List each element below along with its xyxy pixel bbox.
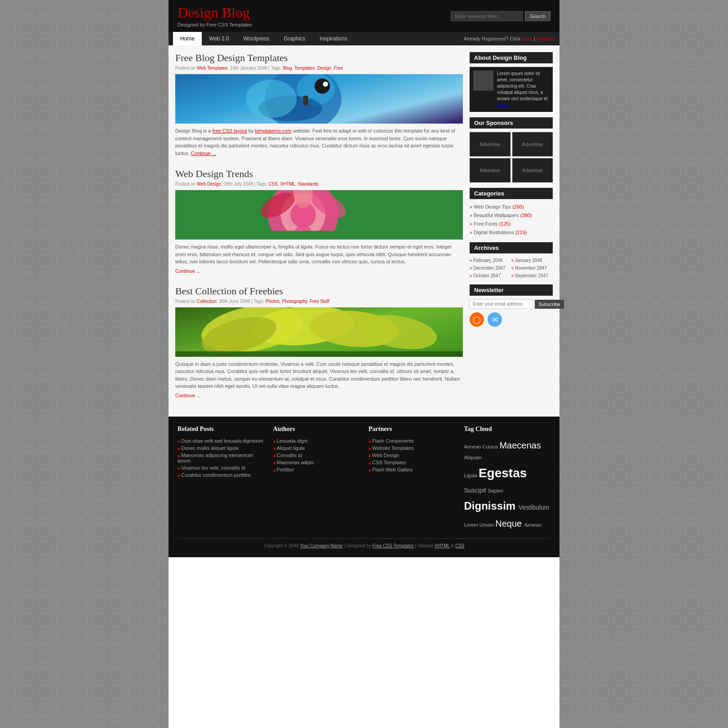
tag-aenean[interactable]: Aenean: [464, 444, 483, 449]
svg-rect-7: [303, 96, 308, 105]
post-2-continue[interactable]: Continue ...: [175, 268, 200, 274]
logo-highlight: Blog: [222, 4, 250, 21]
search-button[interactable]: Search: [525, 11, 550, 21]
tag-suscipit[interactable]: Suscipit: [464, 487, 488, 494]
categories-widget: Categories Web Design Tips (260) Beautif…: [470, 188, 553, 237]
svg-point-3: [315, 78, 330, 93]
related-5: Curabitur condimentum porttitor: [178, 471, 264, 479]
site-url: www.heritagechristiancollege.com: [2, 721, 63, 726]
blog-posts: Free Blog Design Templates Posted on Web…: [175, 52, 463, 410]
partner-2: Website Templates: [368, 444, 455, 452]
footer-authors-title: Authors: [273, 426, 360, 433]
newsletter-widget: Newsletter Subscribe ◯ ✉: [470, 284, 553, 327]
post-3: Best Collection of Freebies Posted on Co…: [175, 285, 463, 399]
categories-title: Categories: [470, 188, 553, 199]
author-5: Porttitor: [273, 466, 360, 473]
tag-urnain[interactable]: Urnain: [479, 522, 495, 528]
nav-web20[interactable]: Web 2.0: [202, 32, 236, 45]
nav-register-text: Already Registered? Click: [464, 36, 521, 41]
sponsors-widget: Our Sponsors Advertise Advertise Adverti…: [470, 117, 553, 182]
newsletter-subscribe-button[interactable]: Subscribe: [535, 300, 564, 309]
archive-sep2047[interactable]: September 2047: [511, 272, 553, 279]
partner-3: Web Design: [368, 452, 455, 459]
archive-feb2048[interactable]: February 2048: [470, 257, 511, 264]
svg-point-4: [323, 82, 328, 87]
sponsor-2[interactable]: Advertise: [512, 132, 553, 156]
partner-5: Flash Web Gallery: [368, 466, 455, 473]
nav-here-link[interactable]: Here: [522, 36, 533, 41]
logo-subtitle: Designed by Free CSS Templates: [178, 22, 252, 27]
author-3: Convallis id: [273, 452, 360, 459]
rss-icon[interactable]: ◯: [470, 312, 484, 327]
nav-graphics[interactable]: Graphics: [276, 32, 312, 45]
footer-partners-title: Partners: [368, 426, 455, 433]
tag-ligula[interactable]: Ligula: [464, 473, 479, 478]
category-3: Free Fonts (125): [470, 220, 553, 228]
post-1-meta-link[interactable]: Web Templates: [197, 66, 228, 71]
post-1-body: Design Blog is a free CSS layout by temp…: [175, 127, 463, 157]
post-3-image: [175, 307, 463, 357]
tag-aliquam[interactable]: Aliquam: [464, 455, 482, 460]
svg-rect-23: [175, 351, 463, 356]
about-thumbnail: [473, 71, 493, 91]
post-1-continue[interactable]: Continue ...: [191, 151, 216, 156]
post-1-title: Free Blog Design Templates: [175, 52, 463, 64]
main-content: Free Blog Design Templates Posted on Web…: [169, 45, 559, 417]
category-2: Beautiful Wallpapers (380): [470, 211, 553, 220]
footer-tag-cloud-title: Tag Cloud: [464, 426, 551, 433]
archive-nov2047[interactable]: November 2047: [511, 265, 553, 271]
sponsors-title: Our Sponsors: [470, 117, 553, 129]
newsletter-form: Subscribe: [470, 299, 553, 309]
footer-related-posts: Related Posts Duis vitae velit sed lesua…: [178, 426, 264, 532]
twitter-icon[interactable]: ✉: [488, 312, 502, 327]
footer-authors-list: Lesuada digni Aliquet ligula Convallis i…: [273, 437, 360, 473]
sponsor-4[interactable]: Advertise: [512, 158, 553, 182]
post-3-meta: Posted on Collection, 26th June 2048 | T…: [175, 299, 463, 304]
post-2-image: [175, 190, 463, 240]
footer-related-list: Duis vitae velit sed lesuada dignissim D…: [178, 437, 264, 479]
nav-home[interactable]: Home: [173, 32, 202, 45]
nav-wordpress[interactable]: Wordpress: [236, 32, 277, 45]
partner-4: CSS Templates: [368, 459, 455, 466]
author-1: Lesuada digni: [273, 437, 360, 444]
tag-sapien[interactable]: Sapien: [488, 488, 503, 493]
nav-inspirations[interactable]: Inspirations: [312, 32, 354, 45]
post-3-continue[interactable]: Continue ...: [175, 393, 200, 398]
post-2: Web Design Trends Posted on Web Design, …: [175, 168, 463, 274]
about-more-link[interactable]: more...: [497, 102, 511, 107]
tag-maecenas[interactable]: Maecenas: [499, 440, 541, 450]
xhtml-link[interactable]: XHTML: [435, 543, 450, 548]
tag-cursus[interactable]: Cursus: [482, 444, 499, 449]
tag-vestibulum[interactable]: Vestibulum: [519, 504, 549, 511]
tag-neque[interactable]: Neque: [495, 519, 524, 528]
footer-partners-list: Flash Components Website Templates Web D…: [368, 437, 455, 473]
footer-tag-cloud: Tag Cloud Aenean Cursus Maecenas Aliquam…: [464, 426, 551, 532]
designed-by-link[interactable]: Free CSS Templates: [373, 543, 414, 548]
newsletter-title: Newsletter: [470, 284, 553, 296]
search-input[interactable]: [451, 11, 523, 21]
post-1-meta: Posted on Web Templates, 14th January 20…: [175, 66, 463, 71]
newsletter-email-input[interactable]: [470, 299, 533, 309]
related-1: Duis vitae velit sed lesuada dignissim: [178, 437, 264, 444]
category-4: Digital Illustrations (215): [470, 228, 553, 237]
archives-title: Archives: [470, 242, 553, 253]
copyright-text: Copyright © 2048: [263, 543, 298, 548]
about-widget: About Design Blog Lorem ipsum dolor sit …: [470, 52, 553, 112]
sponsor-1[interactable]: Advertise: [470, 132, 510, 156]
css-link[interactable]: CSS: [455, 543, 465, 548]
nav-register-link[interactable]: Register: [537, 36, 555, 41]
sponsor-3[interactable]: Advertise: [470, 158, 510, 182]
tag-lorem[interactable]: Lorem: [464, 522, 479, 528]
archive-dec2047[interactable]: December 2047: [470, 265, 511, 271]
archive-grid: February 2048 January 2048 December 2047…: [470, 257, 553, 279]
archive-oct2047[interactable]: October 2047: [470, 272, 511, 279]
tag-dignissim[interactable]: Dignissim: [464, 500, 519, 512]
category-1: Web Design Tips (260): [470, 203, 553, 211]
post-1-image: [175, 74, 463, 124]
tag-egestas[interactable]: Egestas: [479, 466, 527, 480]
company-name-link[interactable]: Your Company Name: [300, 543, 342, 548]
tag-aenean2[interactable]: Aenean: [524, 522, 542, 528]
category-list: Web Design Tips (260) Beautiful Wallpape…: [470, 203, 553, 237]
archive-jan2048[interactable]: January 2048: [511, 257, 553, 264]
author-2: Aliquet ligula: [273, 444, 360, 452]
